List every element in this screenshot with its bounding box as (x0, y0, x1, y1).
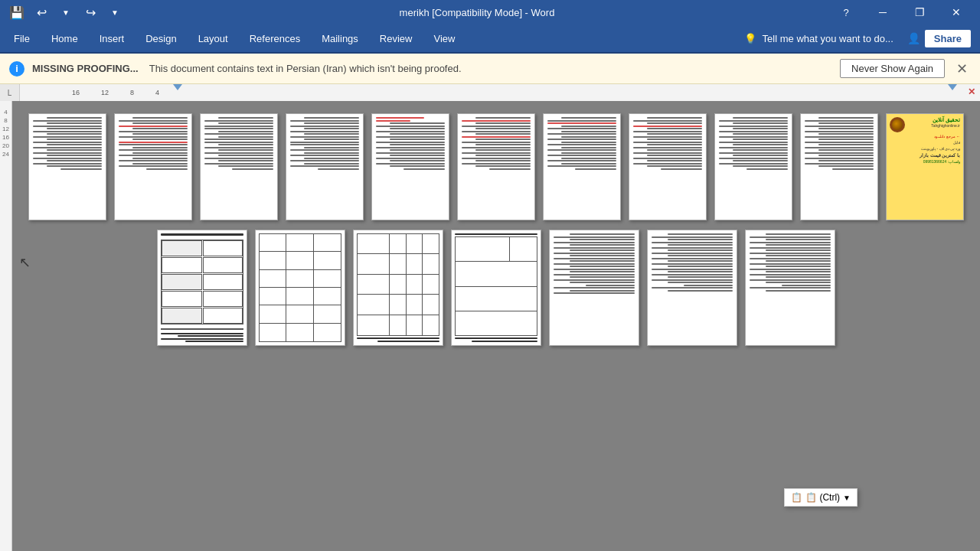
ruler-mark-4: 4 (155, 89, 159, 96)
tab-file[interactable]: File (3, 24, 41, 52)
title-bar-left: 💾 ↩ ▼ ↪ ▼ (6, 2, 126, 23)
never-show-again-button[interactable]: Never Show Again (840, 59, 945, 78)
ad-content: تحقیق آنلاین Tahghighonline.ir ← مرجع دا… (887, 114, 963, 167)
tab-home[interactable]: Home (41, 24, 89, 52)
ctrl-paste-popup[interactable]: 📋 📋 (Ctrl) ▼ (784, 488, 858, 507)
page-thumbnail-17[interactable] (647, 230, 737, 346)
page-thumbnail-9[interactable] (714, 113, 792, 220)
vruler-16: 16 (2, 134, 9, 141)
page-thumbnail-3[interactable] (200, 113, 278, 220)
page-thumbnail-16[interactable] (549, 230, 639, 346)
page-thumbnail-14[interactable] (353, 230, 443, 346)
page-lines (458, 114, 534, 220)
page-thumbnail-6[interactable] (457, 113, 535, 220)
page-row-1: تحقیق آنلاین Tahghighonline.ir ← مرجع دا… (28, 113, 965, 220)
ribbon-tabs: File Home Insert Design Layout Reference… (0, 24, 980, 52)
vruler-20: 20 (2, 142, 9, 149)
page-thumbnail-7[interactable] (543, 113, 621, 220)
clipboard-icon: 📋 (791, 492, 802, 503)
page-lines (544, 114, 620, 220)
undo-dropdown-button[interactable]: ▼ (55, 2, 77, 23)
info-icon: i (9, 61, 24, 77)
ruler-area: L 16 12 8 4 ✕ (0, 84, 980, 101)
page-thumbnail-18[interactable] (745, 230, 835, 346)
ruler-mark-8: 8 (130, 89, 134, 96)
page-lines (115, 114, 191, 220)
notification-bar: i MISSING PROOFING... This document cont… (0, 54, 980, 84)
page-thumbnail-8[interactable] (629, 113, 707, 220)
page-thumbnail-12[interactable] (157, 230, 247, 346)
page-lines (801, 114, 877, 220)
ruler-mark-16: 16 (72, 89, 80, 96)
page-thumbnail-5[interactable] (371, 113, 449, 220)
vertical-ruler: 4 8 12 16 20 24 (0, 101, 12, 551)
page-lines (201, 114, 277, 220)
close-button[interactable]: ✕ (939, 0, 974, 24)
page-thumbnail-10[interactable] (800, 113, 878, 220)
page-thumbnail-1[interactable] (28, 113, 106, 220)
customize-qat-button[interactable]: ▼ (104, 2, 126, 23)
horizontal-ruler: 16 12 8 4 ✕ (20, 84, 980, 101)
help-icon-btn[interactable]: ? (828, 0, 864, 24)
ctrl-dropdown-icon[interactable]: ▼ (843, 494, 851, 502)
vruler-24: 24 (2, 151, 9, 158)
vruler-12: 12 (2, 126, 9, 132)
page-lines (746, 230, 835, 345)
ribbon-help: 💡 Tell me what you want to do... (737, 33, 901, 44)
page-thumbnail-13[interactable] (255, 230, 345, 346)
vruler-4: 4 (4, 109, 7, 116)
indent-marker-left[interactable] (173, 84, 182, 90)
ruler-corner[interactable]: L (0, 84, 20, 101)
tab-layout[interactable]: Layout (188, 24, 239, 52)
tab-design[interactable]: Design (135, 24, 187, 52)
page-thumbnail-15[interactable] (451, 230, 541, 346)
page-lines (29, 114, 106, 220)
tab-insert[interactable]: Insert (89, 24, 136, 52)
save-button[interactable]: 💾 (6, 2, 28, 23)
page-lines (372, 114, 449, 220)
tab-mailings[interactable]: Mailings (311, 24, 369, 52)
page-thumbnail-4[interactable] (286, 113, 364, 220)
page-thumbnail-2[interactable] (114, 113, 192, 220)
redo-button[interactable]: ↪ (80, 2, 101, 23)
ribbon: File Home Insert Design Layout Reference… (0, 24, 980, 54)
page-lines (629, 114, 706, 220)
notification-close-button[interactable]: ✕ (952, 60, 971, 78)
page-lines (648, 230, 737, 345)
ruler-mark-12: 12 (101, 89, 109, 96)
page-row-2 (28, 230, 965, 346)
indent-marker-right[interactable] (948, 84, 957, 90)
main-area: 4 8 12 16 20 24 ↖ (0, 101, 980, 551)
title-bar: 💾 ↩ ▼ ↪ ▼ merikh [Compatibility Mode] - … (0, 0, 980, 24)
tab-view[interactable]: View (423, 24, 466, 52)
ctrl-label: 📋 (Ctrl) (805, 492, 840, 503)
undo-button[interactable]: ↩ (31, 2, 52, 23)
document-area: تحقیق آنلاین Tahghighonline.ir ← مرجع دا… (12, 101, 980, 551)
page-lines (286, 114, 363, 220)
page-thumbnail-ad[interactable]: تحقیق آنلاین Tahghighonline.ir ← مرجع دا… (886, 113, 964, 220)
tab-review[interactable]: Review (369, 24, 423, 52)
quick-access-toolbar: 💾 ↩ ▼ ↪ ▼ (6, 2, 126, 23)
notification-title: MISSING PROOFING... (32, 63, 139, 74)
page-lines (550, 230, 639, 345)
window-controls: ? ─ ❐ ✕ (828, 0, 974, 24)
ruler-close-button[interactable]: ✕ (968, 86, 975, 97)
help-search-text[interactable]: Tell me what you want to do... (763, 33, 893, 44)
account-icon: 👤 (907, 32, 920, 44)
window-title: merikh [Compatibility Mode] - Word (126, 7, 828, 18)
page-lines (715, 114, 792, 220)
vruler-8: 8 (4, 117, 7, 124)
share-button[interactable]: Share (925, 30, 971, 47)
notification-text: This document contains text in Persian (… (149, 63, 832, 74)
minimize-button[interactable]: ─ (865, 0, 900, 24)
restore-button[interactable]: ❐ (902, 0, 937, 24)
tab-references[interactable]: References (239, 24, 311, 52)
lightbulb-icon: 💡 (744, 33, 756, 44)
